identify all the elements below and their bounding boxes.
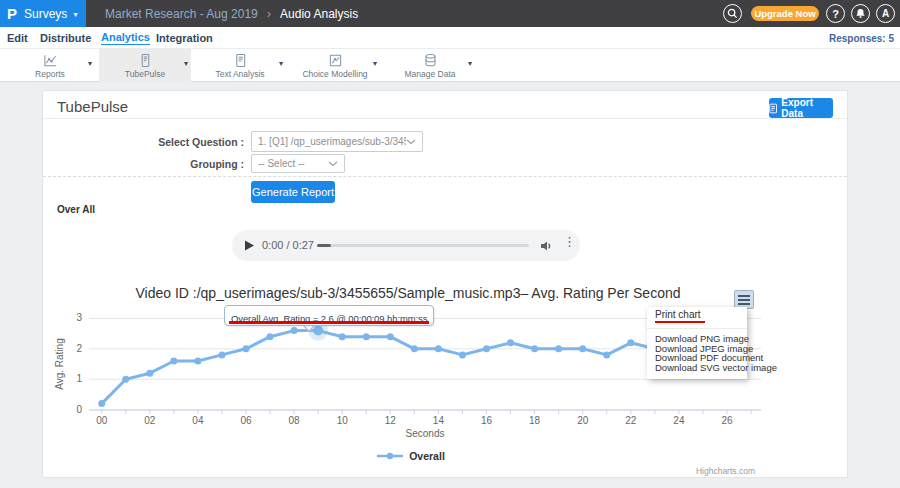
menu-item-download-svg[interactable]: Download SVG vector image: [655, 362, 777, 373]
nav-item-distribute[interactable]: Distribute: [40, 27, 91, 49]
upgrade-label: Upgrade Now: [754, 8, 815, 19]
svg-text:10: 10: [337, 415, 349, 426]
questionpro-logo: P: [7, 5, 17, 22]
divider: [43, 118, 847, 119]
select-question-label: Select Question :: [124, 136, 244, 148]
grouping-select[interactable]: -- Select --: [251, 154, 345, 173]
reports-dropdown-caret[interactable]: ▾: [88, 59, 92, 68]
toolbar-item-choice-modelling[interactable]: Choice Modelling: [289, 49, 381, 82]
legend-label: Overall: [409, 450, 445, 462]
toolbar-item-tubepulse[interactable]: TubePulse: [99, 49, 191, 82]
svg-text:20: 20: [577, 415, 589, 426]
audio-menu-button[interactable]: ⋮: [563, 234, 576, 249]
breadcrumb: Market Research - Aug 2019 › Audio Analy…: [105, 0, 358, 27]
toolbar-item-label: Reports: [35, 69, 65, 79]
svg-text:1: 1: [76, 373, 82, 384]
highcharts-credits[interactable]: Highcharts.com: [49, 466, 755, 476]
svg-text:22: 22: [625, 415, 637, 426]
search-button[interactable]: [723, 4, 742, 23]
product-switcher[interactable]: P Surveys ▾: [0, 0, 86, 27]
product-name: Surveys: [24, 7, 67, 21]
toolbar-item-reports[interactable]: Reports: [10, 49, 90, 82]
bell-icon: [855, 8, 866, 19]
text-doc-icon: [233, 53, 248, 68]
text-analysis-dropdown-caret[interactable]: ▾: [279, 59, 283, 68]
play-button[interactable]: [244, 240, 255, 251]
toolbar-item-text-analysis[interactable]: Text Analysis: [196, 49, 284, 82]
menu-item-print-chart[interactable]: Print chart: [655, 309, 701, 320]
volume-icon[interactable]: [540, 240, 552, 252]
audio-seek-played: [317, 244, 331, 247]
breadcrumb-survey-name[interactable]: Market Research - Aug 2019: [105, 7, 258, 21]
document-icon: [769, 103, 777, 114]
toolbar-item-label: Manage Data: [404, 69, 455, 79]
svg-text:06: 06: [240, 415, 252, 426]
question-select-value: 1. [Q1] /qp_userimages/sub-3/3455655/S..…: [258, 136, 406, 147]
pulse-doc-icon: [138, 53, 153, 68]
generate-report-label: Generate Report: [252, 186, 334, 198]
svg-text:Seconds: Seconds: [406, 428, 445, 439]
notifications-button[interactable]: [851, 4, 870, 23]
breadcrumb-separator: ›: [267, 6, 271, 21]
chart-export-menu: Print chart Download PNG image Download …: [647, 307, 747, 379]
analytics-toolbar: Reports ▾ TubePulse ▾ Text Analysis ▾ Ch…: [0, 49, 900, 82]
export-label: Export Data: [781, 97, 833, 119]
svg-text:12: 12: [385, 415, 397, 426]
card-title: TubePulse: [57, 98, 128, 115]
question-mark-icon: ?: [832, 8, 839, 20]
top-header-bar: P Surveys ▾ Market Research - Aug 2019 ›…: [0, 0, 900, 27]
toolbar-item-label: Text Analysis: [215, 69, 264, 79]
overall-section-label: Over All: [57, 204, 95, 215]
survey-nav-bar: Edit Distribute Analytics Integration Re…: [0, 27, 900, 49]
grouping-select-value: -- Select --: [258, 158, 328, 169]
chevron-down-icon: [406, 139, 416, 145]
svg-text:3: 3: [76, 312, 82, 323]
choice-modelling-dropdown-caret[interactable]: ▾: [373, 59, 377, 68]
export-data-button[interactable]: Export Data: [769, 98, 833, 118]
toolbar-item-label: TubePulse: [125, 69, 165, 79]
menu-divider: [647, 328, 747, 329]
help-button[interactable]: ?: [826, 4, 845, 23]
svg-text:2: 2: [76, 343, 82, 354]
grouping-label: Grouping :: [124, 158, 244, 170]
svg-text:08: 08: [289, 415, 301, 426]
audio-player: 0:00 / 0:27 ⋮: [232, 230, 580, 261]
svg-text:26: 26: [721, 415, 733, 426]
svg-text:02: 02: [144, 415, 156, 426]
nav-item-integration[interactable]: Integration: [156, 27, 213, 49]
chevron-down-icon: [328, 161, 338, 167]
svg-text:16: 16: [481, 415, 493, 426]
dashed-divider: [43, 176, 847, 177]
avatar-letter: A: [882, 8, 889, 19]
annotation-underline: [229, 321, 429, 324]
search-icon: [727, 8, 738, 19]
svg-text:0: 0: [76, 404, 82, 415]
chart-legend-overall[interactable]: Overall: [49, 450, 773, 462]
choice-chart-icon: [328, 53, 343, 68]
svg-text:18: 18: [529, 415, 541, 426]
svg-text:00: 00: [96, 415, 108, 426]
database-icon: [423, 53, 438, 68]
nav-item-analytics[interactable]: Analytics: [101, 27, 150, 49]
chart-tooltip: Overall Avg. Rating = 2.6 @ 00:00:09 hh:…: [224, 305, 434, 326]
generate-report-button[interactable]: Generate Report: [251, 181, 335, 203]
annotation-underline: [655, 321, 705, 323]
svg-text:14: 14: [433, 415, 445, 426]
question-select[interactable]: 1. [Q1] /qp_userimages/sub-3/3455655/S..…: [251, 131, 423, 152]
nav-item-edit[interactable]: Edit: [7, 27, 28, 49]
audio-time-label: 0:00 / 0:27: [262, 239, 314, 251]
toolbar-item-manage-data[interactable]: Manage Data: [384, 49, 476, 82]
audio-seek-bar[interactable]: [317, 244, 529, 247]
svg-text:24: 24: [673, 415, 685, 426]
manage-data-dropdown-caret[interactable]: ▾: [468, 59, 472, 68]
line-chart-icon: [43, 53, 58, 68]
upgrade-now-button[interactable]: Upgrade Now: [751, 6, 819, 21]
tubepulse-dropdown-caret[interactable]: ▾: [184, 59, 188, 68]
breadcrumb-current-page: Audio Analysis: [280, 7, 358, 21]
tubepulse-card: TubePulse Export Data Select Question : …: [42, 90, 848, 478]
svg-text:04: 04: [192, 415, 204, 426]
toolbar-item-label: Choice Modelling: [302, 69, 367, 79]
legend-series-symbol: [377, 451, 403, 461]
svg-text:Avg. Rating: Avg. Rating: [54, 338, 65, 390]
avatar[interactable]: A: [876, 4, 895, 23]
